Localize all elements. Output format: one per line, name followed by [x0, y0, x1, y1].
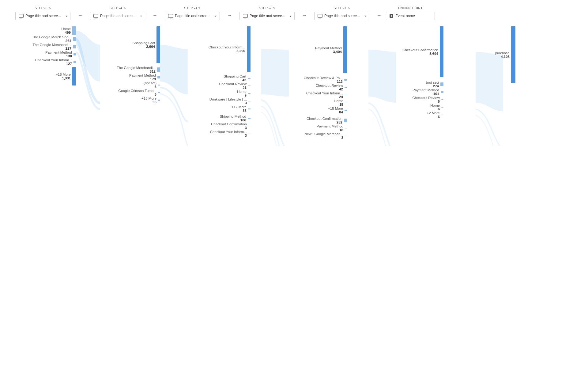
node-bar [345, 95, 347, 95]
col1: Checkout Confirmation 3,694 (not set) 27… [364, 26, 444, 119]
list-item[interactable]: +12 More 36 [232, 105, 251, 112]
list-item: Checkout Confirmation 252 [307, 117, 347, 124]
node-label: Home 499 [61, 27, 71, 34]
node-bar [248, 134, 251, 134]
list-item: Home 15 [334, 99, 347, 106]
node-label: Checkout Your Inform... 24 [306, 91, 343, 99]
list-item: purchase 4,103 [495, 26, 515, 83]
list-item[interactable]: +15 More 96 [141, 97, 160, 104]
col3: Checkout Your Inform... 3,290 Shopping C… [178, 26, 251, 138]
node-bar [441, 99, 443, 100]
step4-dropdown[interactable]: Page title and scree... ▾ [90, 12, 145, 20]
node-label: Payment Method 130 [45, 51, 72, 58]
step2-screen-icon [243, 14, 248, 18]
col-ending: purchase 4,103 [461, 26, 516, 83]
node-bar [248, 118, 251, 119]
list-item: Payment Method 101 [413, 88, 443, 96]
node-bar [158, 85, 160, 86]
ending-label: ENDING POINT [398, 6, 422, 10]
list-item: Checkout Review 21 [219, 82, 251, 89]
ending-dropdown[interactable]: Event name [386, 12, 435, 20]
step4-label: STEP -4 ✎ [109, 6, 126, 10]
step5-header: STEP -5 ✎ Page title and scree... ▾ [9, 6, 77, 20]
step4-chevron: ▾ [140, 14, 142, 18]
list-item: Checkout Review 6 [413, 96, 443, 103]
node-label: (not set) 274 [426, 81, 439, 88]
node-label: Google Crimson Tumb... 6 [118, 89, 156, 96]
list-item[interactable]: +15 More 1,331 [56, 67, 76, 86]
node-label: Checkout Review 21 [219, 82, 247, 89]
step1-label: STEP -1 ✎ [334, 6, 350, 10]
node-label: Payment Method 101 [413, 88, 439, 96]
list-item: Shopping Cart 42 [224, 74, 251, 82]
steps-header: STEP -5 ✎ Page title and scree... ▾ → ST… [9, 6, 579, 20]
step3-label-text: STEP -3 [184, 6, 197, 10]
node-label: Shopping Cart 42 [224, 74, 246, 82]
node-bar [345, 103, 347, 103]
node-label: Home 15 [334, 99, 343, 106]
step5-label-text: STEP -5 [35, 6, 47, 10]
step3-dropdown[interactable]: Page title and scree... ▾ [165, 12, 220, 20]
node-bar-large [72, 67, 76, 86]
node-bar [344, 79, 347, 81]
node-bar [440, 82, 443, 86]
step5-dropdown-label: Page title and scree... [25, 14, 64, 18]
list-item: Home 6 [430, 104, 443, 111]
node-bar [74, 53, 76, 55]
step4-dropdown-label: Page title and scree... [100, 14, 138, 18]
step2-edit-icon[interactable]: ✎ [273, 6, 275, 10]
node-bar-main [440, 26, 443, 77]
step1-edit-icon[interactable]: ✎ [348, 6, 350, 10]
node-bar [441, 91, 443, 93]
list-item: New | Google Merchan... 3 [304, 132, 347, 139]
step1-screen-icon [318, 14, 322, 18]
step4-edit-icon[interactable]: ✎ [123, 6, 126, 10]
step3-edit-icon[interactable]: ✎ [198, 6, 201, 10]
list-item: Google Crimson Tumb... 6 [118, 89, 160, 96]
step2-dropdown[interactable]: Page title and scree... ▾ [239, 12, 295, 20]
list-item: Payment Method 130 [45, 51, 76, 58]
node-label: Checkout Confirmation 252 [307, 117, 342, 124]
list-item: Checkout Your Inform... 24 [306, 91, 347, 99]
step2-label-text: STEP -2 [259, 6, 271, 10]
node-label: (not set) 6 [144, 81, 156, 89]
node-label: Drinkware | Lifestyle | ... 3 [209, 97, 247, 105]
node-label: Checkout Review & Pa... 113 [304, 76, 343, 83]
arrow3: → [227, 13, 232, 18]
step2-header: STEP -2 ✎ Page title and scree... ▾ [233, 6, 301, 20]
step1-header: STEP -1 ✎ Page title and scree... ▾ [308, 6, 375, 20]
step1-chevron: ▾ [364, 14, 366, 18]
node-label: Payment Method 18 [317, 124, 343, 132]
list-item: Checkout Your Inform... 127 [35, 58, 76, 66]
node-bar [157, 67, 160, 72]
node-label: The Google Merchandi... 312 [117, 66, 156, 73]
node-bar [248, 126, 251, 126]
list-item[interactable]: +2 More 6 [427, 111, 443, 119]
node-bar [158, 92, 160, 93]
list-item: Home 499 [61, 26, 76, 35]
arrow1: → [78, 13, 83, 18]
node-bar [248, 108, 251, 109]
step5-label: STEP -5 ✎ [35, 6, 51, 10]
step5-edit-icon[interactable]: ✎ [49, 6, 51, 10]
node-bar [72, 26, 76, 35]
columns-row: Home 499 The Google Merch Sho... 264 [9, 26, 579, 140]
list-item: Checkout Confirmation 3,694 [402, 26, 443, 77]
list-item: Payment Method 3,404 [315, 26, 347, 73]
list-item[interactable]: +15 More 84 [328, 107, 347, 114]
list-item: The Google Merch Sho... 264 [32, 35, 76, 43]
step4-screen-icon [93, 14, 98, 18]
node-label: Checkout Your Inform... 3,290 [209, 45, 245, 53]
list-item: Checkout Your Inform... 3 [210, 130, 251, 137]
list-item: Payment Method 179 [129, 74, 160, 81]
node-bar [157, 76, 160, 78]
step5-dropdown[interactable]: Page title and scree... ▾ [15, 12, 70, 20]
step3-dropdown-label: Page title and scree... [175, 14, 213, 18]
col4: Shopping Cart 2,664 The Google Merchandi… [93, 26, 161, 104]
node-label: +15 More 84 [328, 107, 343, 114]
node-label: Checkout Your Inform... 127 [35, 58, 72, 66]
ending-label-text: ENDING POINT [398, 6, 422, 10]
step1-dropdown[interactable]: Page title and scree... ▾ [314, 12, 369, 20]
step2-label: STEP -2 ✎ [259, 6, 275, 10]
step5-screen-icon [19, 14, 24, 18]
